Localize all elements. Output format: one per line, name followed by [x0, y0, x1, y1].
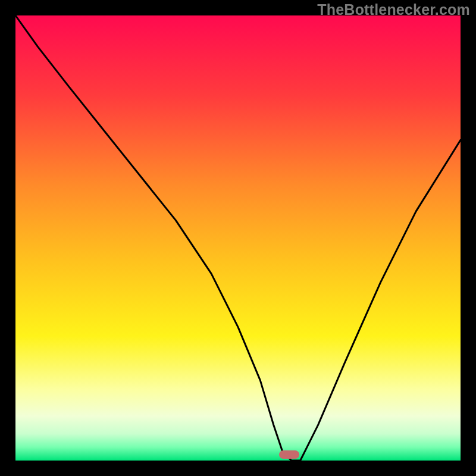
bottleneck-curve — [15, 15, 461, 461]
optimal-point-marker — [279, 450, 299, 459]
chart-frame: TheBottlenecker.com — [0, 0, 476, 476]
plot-area — [15, 15, 461, 461]
watermark-text: TheBottlenecker.com — [317, 1, 470, 18]
